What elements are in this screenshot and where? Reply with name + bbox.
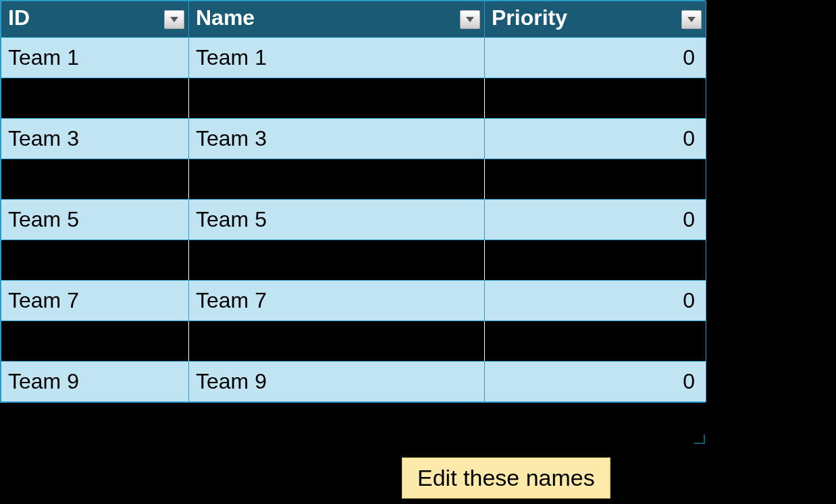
table-row[interactable]: Team 5 Team 5 0: [1, 200, 706, 240]
column-header-priority[interactable]: Priority: [485, 1, 706, 38]
cell-id[interactable]: Team 5: [1, 200, 189, 240]
chevron-down-icon: [687, 16, 696, 23]
chevron-down-icon: [465, 16, 475, 23]
table-row[interactable]: [1, 240, 706, 281]
cell-priority[interactable]: 0: [485, 119, 706, 159]
column-header-name-label: Name: [196, 5, 255, 30]
cell-priority[interactable]: [485, 240, 706, 281]
cell-name[interactable]: [189, 321, 485, 362]
teams-table: ID Name Priority: [1, 1, 706, 402]
cell-name[interactable]: Team 9: [189, 362, 485, 402]
column-header-name[interactable]: Name: [189, 1, 485, 38]
annotation-callout-text: Edit these names: [417, 465, 595, 491]
cell-priority[interactable]: [485, 159, 706, 200]
cell-priority[interactable]: [485, 78, 706, 119]
cell-name[interactable]: Team 5: [189, 200, 485, 240]
cell-id[interactable]: Team 7: [1, 281, 189, 321]
table-row[interactable]: Team 3 Team 3 0: [1, 119, 706, 159]
cell-id[interactable]: [1, 78, 189, 119]
svg-marker-4: [301, 426, 317, 437]
cell-priority[interactable]: 0: [485, 38, 706, 78]
cell-priority[interactable]: 0: [485, 200, 706, 240]
table-body: Team 1 Team 1 0 Team 3 Team 3 0 Team 5: [1, 38, 706, 402]
cell-priority[interactable]: 0: [485, 281, 706, 321]
table-row[interactable]: Team 7 Team 7 0: [1, 281, 706, 321]
cell-priority[interactable]: 0: [485, 362, 706, 402]
cell-name[interactable]: Team 1: [189, 38, 485, 78]
teams-table-container: ID Name Priority: [0, 0, 705, 403]
cell-priority[interactable]: [485, 321, 706, 362]
cell-name[interactable]: [189, 159, 485, 200]
table-row[interactable]: Team 1 Team 1 0: [1, 38, 706, 78]
svg-marker-0: [170, 17, 178, 22]
table-row[interactable]: Team 9 Team 9 0: [1, 362, 706, 402]
cell-name[interactable]: [189, 240, 485, 281]
cell-id[interactable]: Team 1: [1, 38, 189, 78]
cell-name[interactable]: Team 3: [189, 119, 485, 159]
svg-marker-1: [466, 17, 474, 22]
column-header-priority-label: Priority: [492, 5, 567, 30]
filter-button-id[interactable]: [164, 10, 184, 29]
cell-id[interactable]: Team 3: [1, 119, 189, 159]
table-row[interactable]: [1, 159, 706, 200]
cell-name[interactable]: Team 7: [189, 281, 485, 321]
table-header-row: ID Name Priority: [1, 1, 706, 38]
cell-id[interactable]: [1, 159, 189, 200]
cell-name[interactable]: [189, 78, 485, 119]
svg-marker-2: [687, 17, 696, 22]
column-header-id-label: ID: [8, 5, 30, 30]
filter-button-priority[interactable]: [681, 10, 702, 29]
cell-id[interactable]: [1, 321, 189, 362]
filter-button-name[interactable]: [460, 10, 480, 29]
column-header-id[interactable]: ID: [1, 1, 189, 38]
table-row[interactable]: [1, 321, 706, 362]
cell-id[interactable]: [1, 240, 189, 281]
table-row[interactable]: [1, 78, 706, 119]
table-resize-handle-icon: [694, 435, 705, 444]
chevron-down-icon: [169, 16, 179, 23]
cell-id[interactable]: Team 9: [1, 362, 189, 402]
annotation-callout: Edit these names: [402, 457, 610, 499]
